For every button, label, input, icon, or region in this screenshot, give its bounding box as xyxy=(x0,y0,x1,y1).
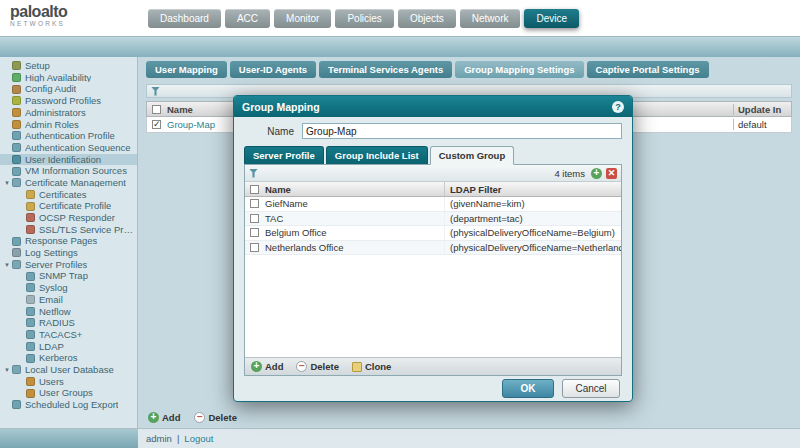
nav-tab-policies[interactable]: Policies xyxy=(335,9,393,28)
sidebar-item-user-identification[interactable]: ▼ User Identification xyxy=(0,154,137,166)
nav-tab-objects[interactable]: Objects xyxy=(398,9,456,28)
user-identification-icon xyxy=(12,155,21,164)
row-checkbox[interactable] xyxy=(152,120,161,129)
nav-tab-acc[interactable]: ACC xyxy=(225,9,270,28)
delete-button[interactable]: − Delete xyxy=(296,361,339,372)
main-nav-tabs: DashboardACCMonitorPoliciesObjectsNetwor… xyxy=(148,9,579,28)
row-update-value: default xyxy=(733,119,791,130)
sidebar-item-high-availability[interactable]: ▼ High Availability xyxy=(0,72,137,84)
tab-captive-portal-settings[interactable]: Captive Portal Settings xyxy=(587,61,709,78)
custom-group-panel: 4 items + ✕ Name LDAP Filter GiefName (g… xyxy=(244,164,622,376)
row-ldap-filter: (physicalDeliveryOfficeName=Netherlands) xyxy=(445,242,621,253)
sidebar-item-tacacs[interactable]: ▼ TACACS+ xyxy=(0,329,137,341)
row-checkbox[interactable] xyxy=(250,214,259,223)
column-header-update-interval: Update In xyxy=(733,104,791,115)
paloalto-logo: paloalto NETWORKS xyxy=(10,4,67,28)
custom-group-row[interactable]: TAC (department=tac) xyxy=(245,212,621,227)
sidebar-item-users[interactable]: ▼ Users xyxy=(0,376,137,388)
tab-user-mapping[interactable]: User Mapping xyxy=(146,61,227,78)
sidebar-item-response-pages[interactable]: ▼ Response Pages xyxy=(0,235,137,247)
dialog-tab-server-profile[interactable]: Server Profile xyxy=(244,146,324,164)
syslog-icon xyxy=(26,283,35,292)
logged-in-user: admin xyxy=(146,433,172,444)
expander-icon[interactable]: ▼ xyxy=(4,262,12,268)
sidebar-item-snmp-trap[interactable]: ▼ SNMP Trap xyxy=(0,270,137,282)
sidebar-item-radius[interactable]: ▼ RADIUS xyxy=(0,317,137,329)
sidebar-item-ldap[interactable]: ▼ LDAP xyxy=(0,341,137,353)
dialog-tab-custom-group[interactable]: Custom Group xyxy=(430,146,515,165)
sidebar-item-certificate-profile[interactable]: ▼ Certificate Profile xyxy=(0,200,137,212)
nav-tab-dashboard[interactable]: Dashboard xyxy=(148,9,221,28)
select-all-checkbox[interactable] xyxy=(152,105,161,114)
sidebar-item-email[interactable]: ▼ Email xyxy=(0,294,137,306)
ssl-tls-service-profile-icon xyxy=(26,225,35,234)
tab-user-id-agents[interactable]: User-ID Agents xyxy=(230,61,316,78)
custom-group-row[interactable]: GiefName (givenName=kim) xyxy=(245,197,621,212)
ok-button[interactable]: OK xyxy=(502,379,554,398)
clear-filter-icon[interactable]: ✕ xyxy=(606,168,617,179)
authentication-sequence-icon xyxy=(12,143,21,152)
sidebar-item-admin-roles[interactable]: ▼ Admin Roles xyxy=(0,118,137,130)
select-all-checkbox[interactable] xyxy=(250,185,259,194)
sidebar-item-scheduled-log-export[interactable]: ▼ Scheduled Log Export xyxy=(0,399,137,411)
filter-icon[interactable] xyxy=(249,169,258,178)
expander-icon[interactable]: ▼ xyxy=(4,367,12,373)
radius-icon xyxy=(26,318,35,327)
sidebar-item-server-profiles[interactable]: ▼ Server Profiles xyxy=(0,259,137,271)
row-checkbox[interactable] xyxy=(250,243,259,252)
expander-icon[interactable]: ▼ xyxy=(4,180,12,186)
sidebar-item-setup[interactable]: ▼ Setup xyxy=(0,60,137,72)
snmp-trap-icon xyxy=(26,272,35,281)
certificates-icon xyxy=(26,190,35,199)
email-icon xyxy=(26,295,35,304)
filter-icon[interactable] xyxy=(151,87,160,96)
dialog-title-bar[interactable]: Group Mapping ? xyxy=(234,96,632,117)
authentication-profile-icon xyxy=(12,131,21,140)
add-row-icon[interactable]: + xyxy=(591,168,602,179)
sidebar-item-ssl-tls-service-profile[interactable]: ▼ SSL/TLS Service Profile xyxy=(0,224,137,236)
sidebar-item-syslog[interactable]: ▼ Syslog xyxy=(0,282,137,294)
tab-terminal-services-agents[interactable]: Terminal Services Agents xyxy=(319,61,452,78)
sidebar-item-certificates[interactable]: ▼ Certificates xyxy=(0,189,137,201)
nav-tab-network[interactable]: Network xyxy=(460,9,521,28)
add-button[interactable]: + Add xyxy=(251,361,283,372)
sidebar-item-kerberos[interactable]: ▼ Kerberos xyxy=(0,352,137,364)
row-ldap-filter: (department=tac) xyxy=(445,213,621,224)
row-name: Belgium Office xyxy=(263,226,445,240)
clone-button[interactable]: Clone xyxy=(352,361,391,372)
row-checkbox[interactable] xyxy=(250,228,259,237)
sidebar-item-administrators[interactable]: ▼ Administrators xyxy=(0,107,137,119)
user-groups-icon xyxy=(26,389,35,398)
logout-link[interactable]: Logout xyxy=(184,433,213,444)
help-icon[interactable]: ? xyxy=(612,101,624,113)
name-field[interactable] xyxy=(302,123,622,139)
nav-tab-monitor[interactable]: Monitor xyxy=(274,9,331,28)
sidebar-item-netflow[interactable]: ▼ Netflow xyxy=(0,305,137,317)
content-footer: + Add − Delete xyxy=(148,412,237,423)
sidebar-item-local-user-database[interactable]: ▼ Local User Database xyxy=(0,364,137,376)
items-count: 4 items xyxy=(554,168,585,179)
add-button[interactable]: + Add xyxy=(148,412,180,423)
custom-group-row[interactable]: Netherlands Office (physicalDeliveryOffi… xyxy=(245,241,621,256)
minus-icon: − xyxy=(194,412,205,423)
sidebar-item-authentication-sequence[interactable]: ▼ Authentication Sequence xyxy=(0,142,137,154)
nav-tab-device[interactable]: Device xyxy=(524,9,579,28)
sidebar-item-log-settings[interactable]: ▼ Log Settings xyxy=(0,247,137,259)
delete-button[interactable]: − Delete xyxy=(194,412,237,423)
sidebar-item-ocsp-responder[interactable]: ▼ OCSP Responder xyxy=(0,212,137,224)
plus-icon: + xyxy=(251,361,262,372)
custom-group-row[interactable]: Belgium Office (physicalDeliveryOfficeNa… xyxy=(245,226,621,241)
sidebar-item-vm-information-sources[interactable]: ▼ VM Information Sources xyxy=(0,165,137,177)
tab-group-mapping-settings[interactable]: Group Mapping Settings xyxy=(455,61,583,78)
column-header-name: Name xyxy=(263,182,445,196)
cancel-button[interactable]: Cancel xyxy=(562,379,620,398)
row-ldap-filter: (givenName=kim) xyxy=(445,198,621,209)
sidebar-item-password-profiles[interactable]: ▼ Password Profiles xyxy=(0,95,137,107)
dialog-tab-group-include-list[interactable]: Group Include List xyxy=(326,146,428,164)
sidebar-item-certificate-management[interactable]: ▼ Certificate Management xyxy=(0,177,137,189)
row-ldap-filter: (physicalDeliveryOfficeName=Belgium) xyxy=(445,227,621,238)
row-checkbox[interactable] xyxy=(250,199,259,208)
sidebar-item-authentication-profile[interactable]: ▼ Authentication Profile xyxy=(0,130,137,142)
sidebar-item-user-groups[interactable]: ▼ User Groups xyxy=(0,387,137,399)
sidebar-item-config-audit[interactable]: ▼ Config Audit xyxy=(0,83,137,95)
